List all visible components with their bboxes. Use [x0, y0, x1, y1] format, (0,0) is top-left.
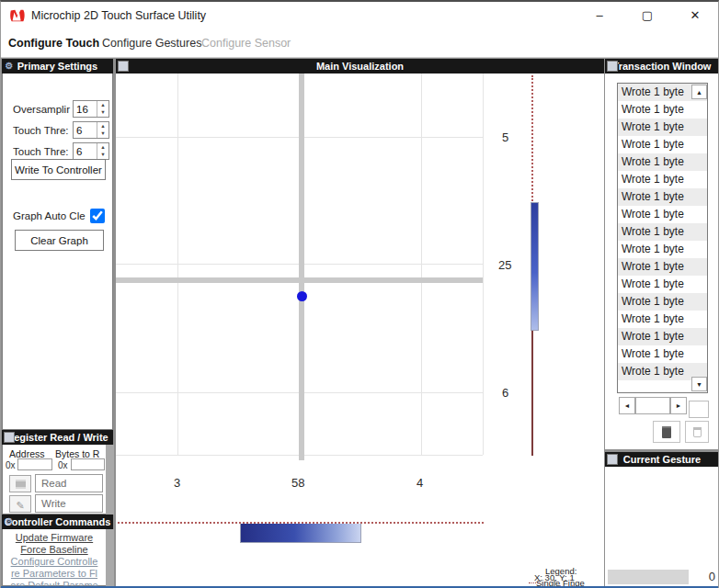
transaction-row[interactable]: Wrote 1 byte [618, 293, 707, 311]
transaction-row[interactable]: Wrote 1 byte [618, 171, 707, 188]
tab-configure-sensor[interactable]: Configure Sensor [201, 37, 291, 50]
window-title: Microchip 2D Touch Surface Utility [31, 9, 206, 22]
main-visualization-panel: 5 25 6 3 58 4 Legend: X: 30, Y: 1 Single… [116, 74, 604, 586]
transaction-row[interactable]: Wrote 1 byte [618, 136, 707, 153]
status-counter: 0 [695, 570, 715, 583]
copy-log-button[interactable] [653, 421, 680, 443]
read-button[interactable]: Read [35, 474, 103, 492]
scroll-down-button[interactable]: ▼ [691, 377, 707, 391]
bytes-input[interactable] [71, 458, 105, 470]
controller-commands-title: Controller Commands [5, 516, 111, 527]
transaction-icon [607, 61, 618, 72]
current-gesture-panel: 0 [605, 467, 719, 586]
transaction-row[interactable]: Wrote 1 byte [618, 311, 707, 328]
address-hex-prefix: 0x [6, 460, 16, 470]
close-button[interactable]: ✕ [679, 4, 711, 28]
transaction-row[interactable]: Wrote 1 byte [618, 241, 707, 258]
transaction-row[interactable]: Wrote 1 byte [618, 153, 707, 171]
main-visualization-title: Main Visualization [316, 61, 404, 72]
scroll-up-button[interactable]: ▲ [691, 85, 707, 99]
save-parameters-link[interactable]: re Parameters to Fl [3, 568, 106, 579]
tab-configure-gestures[interactable]: Configure Gestures [102, 37, 201, 50]
horizontal-scrollbar-track[interactable] [635, 397, 670, 414]
read-icon-button[interactable] [9, 475, 31, 492]
list-icon [16, 480, 26, 489]
update-firmware-link[interactable]: Update Firmware [3, 532, 106, 543]
status-progress-bar [608, 570, 689, 584]
touch-threshold-label-2: Touch Thre: [13, 146, 72, 157]
write-icon-button[interactable]: ✎ [9, 495, 31, 513]
touch-threshold-input-1[interactable] [74, 122, 97, 138]
transaction-window-title: Transaction Window [613, 61, 712, 72]
workspace: ⚙ Primary Settings Oversamplir ▲▼ Touch … [1, 58, 719, 586]
transaction-window-header: Transaction Window [605, 59, 719, 74]
scroll-left-button[interactable]: ◄ [619, 397, 635, 414]
transaction-row[interactable]: Wrote 1 byte [618, 188, 707, 206]
register-icon [4, 432, 15, 443]
transaction-row[interactable]: Wrote 1 byte [618, 276, 707, 293]
touch-threshold-input-2[interactable] [74, 143, 97, 159]
clear-graph-button[interactable]: Clear Graph [15, 230, 104, 251]
primary-settings-panel: Oversamplir ▲▼ Touch Thre: ▲▼ Touch Thre… [2, 74, 113, 430]
touch-threshold-stepper-1[interactable]: ▲▼ [73, 121, 109, 139]
scroll-right-button[interactable]: ► [670, 397, 687, 414]
address-input[interactable] [17, 458, 52, 470]
write-to-controller-button[interactable]: Write To Controller [11, 159, 106, 180]
graph-auto-clear-checkbox[interactable] [90, 209, 105, 223]
main-visualization-header: Main Visualization [116, 59, 604, 74]
document-icon [662, 426, 671, 438]
transaction-row[interactable]: Wrote 1 byte [618, 101, 707, 119]
transaction-row[interactable]: Wrote 1 byte [618, 119, 707, 136]
spinner-arrows-icon[interactable]: ▲▼ [97, 143, 108, 159]
gear-icon: ⚙ [4, 61, 15, 72]
spinner-arrows-icon[interactable]: ▲▼ [97, 122, 108, 138]
force-baseline-link[interactable]: Force Baseline [3, 544, 106, 555]
app-window: Microchip 2D Touch Surface Utility – ▢ ✕… [0, 0, 719, 588]
oversampling-stepper[interactable]: ▲▼ [73, 100, 109, 118]
trash-icon [693, 427, 702, 437]
transaction-row[interactable]: Wrote 1 byte [618, 206, 707, 223]
microchip-logo-icon [9, 7, 26, 24]
bytes-hex-prefix: 0x [58, 460, 68, 470]
chart-icon [118, 61, 129, 72]
transaction-row[interactable]: Wrote 1 byte [618, 328, 707, 345]
oversampling-input[interactable] [74, 101, 97, 117]
y-axis-tick: 5 [502, 130, 508, 144]
menu-bar: Configure Touch Configure Gestures Confi… [1, 29, 718, 58]
legend-dotted-marker [529, 582, 540, 583]
current-gesture-header: Current Gesture [605, 452, 719, 467]
gridline [483, 74, 484, 455]
gesture-icon [607, 454, 618, 465]
touch-threshold-stepper-2[interactable]: ▲▼ [73, 142, 109, 160]
x-signal-bar [240, 524, 361, 543]
minimize-button[interactable]: – [584, 4, 615, 28]
panel-gutter [106, 445, 114, 514]
x-axis-tick: 58 [291, 476, 304, 490]
controller-commands-header: ⚙ Controller Commands [2, 514, 113, 529]
scrollbar-corner [689, 401, 709, 418]
pencil-icon: ✎ [16, 500, 24, 511]
transaction-row[interactable]: Wrote 1 byte [618, 258, 707, 276]
primary-settings-header: ⚙ Primary Settings [2, 59, 113, 74]
register-rw-header: Register Read / Write [2, 430, 113, 445]
transaction-list[interactable]: Wrote 1 byte Wrote 1 byte Wrote 1 byte W… [617, 83, 708, 393]
register-rw-panel: Address Bytes to R 0x 0x Read ✎ Write [2, 445, 113, 514]
current-gesture-title: Current Gesture [623, 454, 701, 465]
y-axis-tick: 25 [498, 258, 511, 272]
clear-log-button[interactable] [685, 421, 709, 443]
transaction-row[interactable]: Wrote 1 byte [618, 223, 707, 241]
transaction-row[interactable]: Wrote 1 byte [618, 345, 707, 363]
x-axis-tick: 3 [174, 476, 180, 490]
configure-controller-link[interactable]: Configure Controlle [3, 556, 106, 567]
panel-gutter [106, 529, 114, 586]
touch-threshold-line-y [531, 75, 533, 204]
maximize-button[interactable]: ▢ [632, 4, 663, 28]
spinner-arrows-icon[interactable]: ▲▼ [97, 101, 108, 117]
write-button[interactable]: Write [35, 494, 103, 513]
y-axis-tick: 6 [502, 386, 508, 400]
title-bar: Microchip 2D Touch Surface Utility – ▢ ✕ [1, 2, 718, 29]
touch-point-marker [297, 291, 307, 301]
tab-configure-touch[interactable]: Configure Touch [8, 37, 99, 50]
oversampling-label: Oversamplir [13, 104, 72, 115]
crosshair-horizontal [116, 277, 483, 283]
